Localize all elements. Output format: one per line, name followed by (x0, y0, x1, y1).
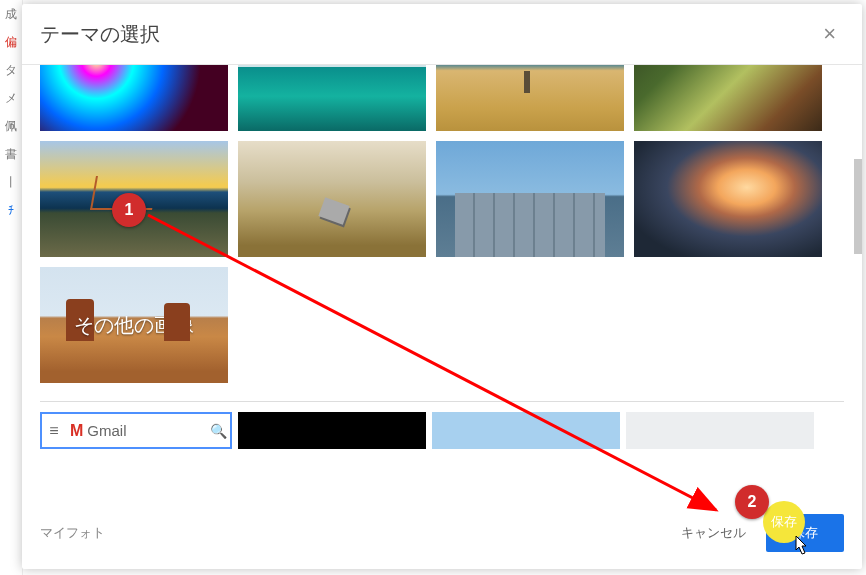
swatch-black[interactable] (238, 412, 426, 449)
swatch-lightblue[interactable] (432, 412, 620, 449)
dialog-body: その他の画像 ≡ M Gmail 🔍 (22, 65, 862, 495)
theme-thumb[interactable] (436, 65, 624, 131)
divider (40, 401, 844, 402)
theme-grid: その他の画像 (40, 65, 844, 383)
gmail-m-icon: M (70, 422, 83, 440)
dialog-footer: マイフォト キャンセル 保存 (22, 497, 862, 569)
search-icon: 🔍 (206, 423, 230, 439)
cancel-button[interactable]: キャンセル (675, 516, 752, 550)
background-sidebar: 成 偏 タ メ 佩 書 丨 ﾁ (0, 0, 23, 575)
dialog-header: テーマの選択 × (22, 4, 862, 65)
swatch-grey[interactable] (626, 412, 814, 449)
gmail-text: Gmail (87, 422, 126, 439)
theme-thumb[interactable] (40, 65, 228, 131)
theme-picker-dialog: テーマの選択 × その他の画像 ≡ M Gmail 🔍 (22, 4, 862, 569)
more-images-label: その他の画像 (40, 267, 228, 383)
theme-thumb[interactable] (634, 141, 822, 257)
preview-strip: ≡ M Gmail 🔍 (40, 412, 844, 449)
save-button[interactable]: 保存 (766, 514, 844, 552)
gmail-preview[interactable]: ≡ M Gmail 🔍 (40, 412, 232, 449)
scrollbar[interactable] (854, 159, 862, 254)
my-photos-link[interactable]: マイフォト (40, 524, 105, 542)
dialog-title: テーマの選択 (40, 21, 160, 48)
close-icon[interactable]: × (815, 17, 844, 51)
menu-icon: ≡ (42, 422, 66, 440)
theme-thumb[interactable] (238, 65, 426, 131)
theme-thumb[interactable] (436, 141, 624, 257)
theme-thumb[interactable] (40, 141, 228, 257)
theme-thumb-more-images[interactable]: その他の画像 (40, 267, 228, 383)
theme-thumb[interactable] (238, 141, 426, 257)
theme-thumb[interactable] (634, 65, 822, 131)
